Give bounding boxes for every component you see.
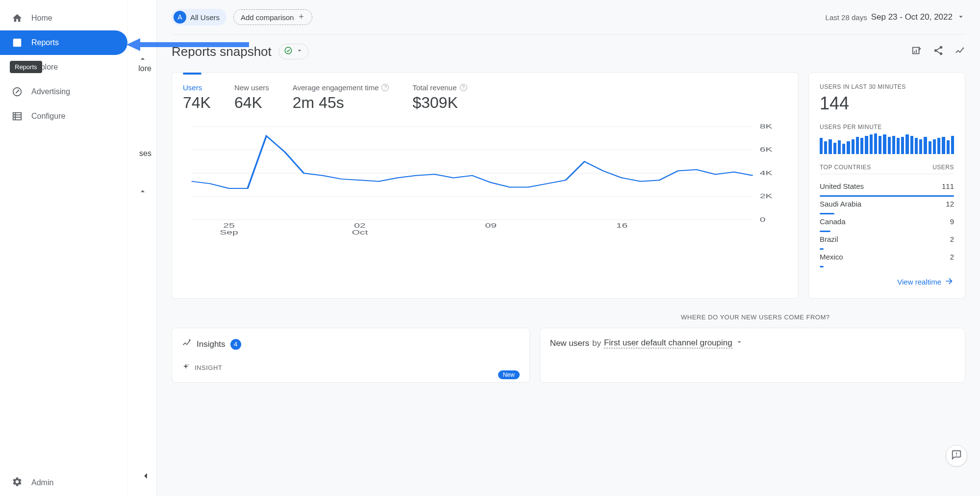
- arrow-right-icon: [944, 276, 954, 287]
- svg-rect-16: [916, 50, 917, 52]
- verified-dropdown[interactable]: [278, 44, 309, 59]
- nav-admin[interactable]: Admin: [0, 470, 127, 496]
- insights-card: Insights 4 INSIGHT New: [172, 328, 530, 383]
- svg-text:25: 25: [223, 222, 235, 229]
- svg-rect-2: [17, 41, 18, 45]
- nav-tooltip: Reports: [10, 61, 42, 73]
- realtime-label: USERS IN LAST 30 MINUTES: [820, 83, 954, 90]
- country-row: Brazil2: [820, 232, 954, 250]
- reports-icon: [12, 37, 23, 48]
- svg-text:8K: 8K: [760, 123, 773, 130]
- period-label: Last 28 days: [826, 13, 867, 22]
- svg-text:09: 09: [485, 222, 497, 229]
- chevron-left-icon[interactable]: [140, 470, 151, 483]
- nav-advertising[interactable]: Advertising: [0, 79, 127, 104]
- svg-point-38: [189, 339, 190, 341]
- svg-text:6K: 6K: [760, 146, 773, 153]
- country-row: Saudi Arabia12: [820, 197, 954, 214]
- nav-label: Admin: [31, 478, 53, 487]
- channel-card: New users by First user default channel …: [540, 328, 965, 383]
- sidebar: Home Reports Explore Advertising: [0, 0, 127, 496]
- metric-value: 74K: [183, 94, 211, 112]
- users-chart: 02K4K6K8K25Sep02Oct0916: [183, 122, 787, 239]
- collapsed-panel: lore ses: [127, 0, 157, 496]
- channel-dropdown[interactable]: New users by First user default channel …: [550, 338, 955, 348]
- svg-text:2K: 2K: [760, 193, 773, 200]
- country-row: United States111: [820, 179, 954, 197]
- customize-icon[interactable]: [911, 45, 922, 58]
- svg-point-41: [956, 455, 957, 456]
- home-icon: [12, 13, 23, 24]
- date-range: Sep 23 - Oct 20, 2022: [871, 12, 953, 22]
- insights-count: 4: [230, 339, 241, 350]
- info-icon[interactable]: ?: [460, 84, 467, 91]
- svg-text:0: 0: [760, 216, 766, 223]
- metric-new-users[interactable]: New users 64K: [234, 83, 269, 112]
- metric-revenue[interactable]: Total revenue ? $309K: [412, 83, 467, 112]
- country-row: Mexico2: [820, 250, 954, 267]
- page-header: Reports snapshot: [172, 35, 965, 72]
- chevron-down-icon: [956, 12, 965, 23]
- segment-chip[interactable]: A All Users: [172, 9, 226, 26]
- svg-line-20: [936, 48, 940, 51]
- metric-label: New users: [234, 83, 269, 92]
- chevron-up-icon[interactable]: [138, 54, 148, 66]
- svg-point-6: [18, 90, 19, 91]
- gear-icon: [12, 476, 23, 489]
- nav-label: Configure: [31, 112, 65, 121]
- nav-configure[interactable]: Configure: [0, 104, 127, 129]
- nav-label: Home: [31, 14, 52, 23]
- insights-title: Insights: [197, 339, 226, 349]
- nav-home[interactable]: Home: [0, 6, 127, 30]
- svg-rect-3: [19, 42, 20, 45]
- insight-label: INSIGHT: [195, 364, 222, 371]
- check-icon: [284, 46, 293, 57]
- info-icon[interactable]: ?: [381, 84, 389, 91]
- sparkle-icon: [182, 363, 190, 372]
- svg-text:4K: 4K: [760, 170, 773, 177]
- topbar: A All Users Add comparison Last 28 days …: [172, 0, 965, 35]
- plus-icon: [298, 13, 305, 22]
- active-metric-indicator: [183, 73, 201, 75]
- per-minute-label: USERS PER MINUTE: [820, 124, 954, 131]
- metric-value: $309K: [412, 94, 467, 112]
- date-picker[interactable]: Last 28 days Sep 23 - Oct 20, 2022: [826, 12, 965, 23]
- nav-label: Advertising: [31, 87, 70, 96]
- metric-users[interactable]: Users 74K: [183, 83, 211, 112]
- metric-engagement[interactable]: Average engagement time ? 2m 45s: [293, 83, 389, 112]
- svg-text:Sep: Sep: [220, 229, 238, 236]
- svg-rect-15: [914, 51, 915, 53]
- svg-rect-7: [13, 113, 22, 120]
- share-icon[interactable]: [933, 45, 944, 58]
- chevron-down-icon: [296, 47, 303, 56]
- countries-header: TOP COUNTRIES: [820, 164, 871, 171]
- main-content: A All Users Add comparison Last 28 days …: [157, 0, 980, 496]
- metric-value: 64K: [234, 94, 269, 112]
- svg-text:02: 02: [354, 222, 366, 229]
- nav-reports[interactable]: Reports: [0, 30, 127, 55]
- overview-card: Users 74K New users 64K Average engageme…: [172, 72, 799, 299]
- add-comparison-button[interactable]: Add comparison: [233, 9, 312, 25]
- page-title: Reports snapshot: [172, 44, 272, 59]
- country-row: Canada9: [820, 214, 954, 232]
- feedback-button[interactable]: [946, 445, 967, 467]
- users-header: USERS: [932, 164, 954, 171]
- metric-value: 2m 45s: [293, 94, 389, 112]
- realtime-value: 144: [820, 93, 954, 114]
- configure-icon: [12, 111, 23, 122]
- metric-label: Users: [183, 83, 211, 92]
- svg-line-21: [936, 51, 940, 53]
- svg-text:16: 16: [616, 222, 628, 229]
- new-badge: New: [498, 370, 520, 379]
- segment-badge: A: [174, 11, 186, 24]
- insights-icon[interactable]: [955, 45, 965, 58]
- segment-label: All Users: [190, 13, 220, 22]
- feedback-icon: [951, 449, 962, 462]
- partial-text: ses: [139, 149, 151, 158]
- svg-text:Oct: Oct: [352, 229, 368, 236]
- mini-bar-chart: [820, 133, 954, 154]
- svg-rect-1: [15, 43, 16, 45]
- svg-point-39: [188, 364, 189, 365]
- view-realtime-link[interactable]: View realtime: [820, 276, 954, 287]
- chevron-up-icon[interactable]: [138, 186, 148, 198]
